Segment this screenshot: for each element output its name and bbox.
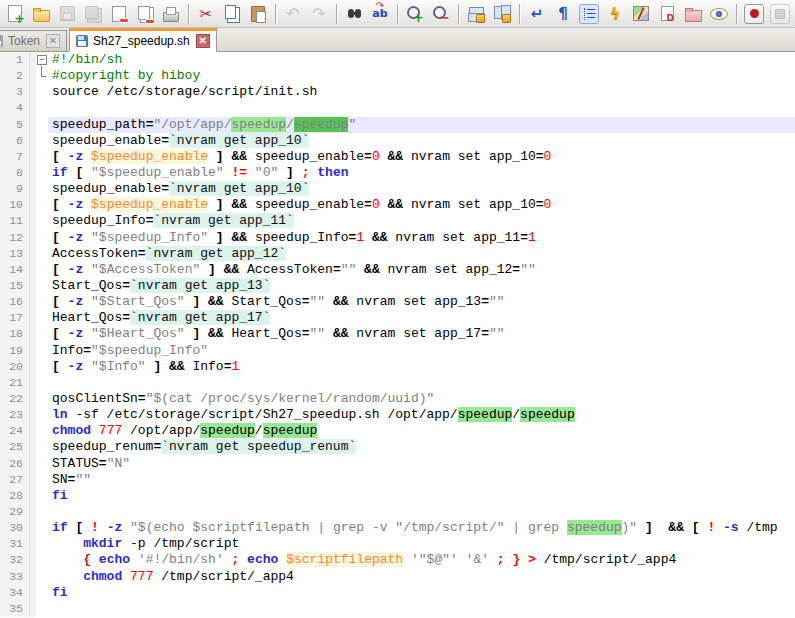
code-line[interactable]: 17Heart_Qos=`nvram get app_17` [0,310,795,326]
code-line[interactable]: 10[ -z $speedup_enable ] && speedup_enab… [0,197,795,213]
code-line[interactable]: 5speedup_path="/opt/app/speedup/speedup" [0,117,795,133]
macro-record-icon[interactable] [744,4,764,24]
tab-token[interactable]: Token ✕ [0,30,67,51]
fold-margin [36,552,48,568]
code-line[interactable]: 23ln -sf /etc/storage/script/Sh27_speedu… [0,407,795,423]
code-text: [ -z "$Start_Qos" ] && Start_Qos="" && n… [48,294,795,310]
code-text: speedup_renum=`nvram get speedup_renum` [48,439,795,455]
fold-margin [36,536,48,552]
code-line[interactable]: 35 [0,601,795,617]
fold-margin [36,456,48,472]
code-line[interactable]: 26STATUS="N" [0,456,795,472]
code-line[interactable]: 6speedup_enable=`nvram get app_10` [0,133,795,149]
document-switcher-icon[interactable] [657,4,677,24]
print-icon[interactable] [161,4,181,24]
folder-as-workspace-icon[interactable] [683,4,703,24]
tab-sh27-speedup[interactable]: Sh27_speedup.sh ✕ [69,28,217,52]
line-number: 32 [0,552,30,568]
code-line[interactable]: 11speedup_Info=`nvram get app_11` [0,213,795,229]
code-line[interactable]: 21 [0,375,795,391]
code-line[interactable]: 24chmod 777 /opt/app/speedup/speedup [0,423,795,439]
code-line[interactable]: 33 chmod 777 /tmp/script/_app4 [0,569,795,585]
line-number: 35 [0,601,30,617]
fold-collapse-icon[interactable] [36,52,48,68]
code-text: #copyright by hiboy [48,68,795,84]
code-text: if [ ! -z "$(echo $scriptfilepath | grep… [48,520,795,536]
line-number: 8 [0,165,30,181]
code-line[interactable]: 2#copyright by hiboy [0,68,795,84]
code-text: chmod 777 /tmp/script/_app4 [48,569,795,585]
code-text: mkdir -p /tmp/script [48,536,795,552]
close-all-icon[interactable] [135,4,155,24]
word-wrap-icon[interactable] [527,4,547,24]
code-line[interactable]: 34fi [0,585,795,601]
show-all-characters-icon[interactable] [553,4,573,24]
code-line[interactable]: 4 [0,100,795,116]
line-number: 18 [0,326,30,342]
code-line[interactable]: 1#!/bin/sh [0,52,795,68]
code-line[interactable]: 31 mkdir -p /tmp/script [0,536,795,552]
indent-guide-icon[interactable] [579,4,599,24]
line-number: 14 [0,262,30,278]
code-line[interactable]: 12[ -z "$speedup_Info" ] && speedup_Info… [0,230,795,246]
open-file-icon[interactable] [31,4,51,24]
toolbar-separator [736,4,737,24]
code-line[interactable]: 29 [0,504,795,520]
close-icon[interactable] [109,4,129,24]
fold-margin [36,439,48,455]
save-icon [57,4,77,24]
code-line[interactable]: 15Start_Qos=`nvram get app_13` [0,278,795,294]
paste-icon[interactable] [248,4,268,24]
code-line[interactable]: 9speedup_enable=`nvram get app_10` [0,181,795,197]
code-line[interactable]: 14[ -z "$AccessToken" ] && AccessToken="… [0,262,795,278]
line-number: 7 [0,149,30,165]
fold-margin [36,84,48,100]
close-tab-icon[interactable]: ✕ [196,34,210,48]
fold-margin [36,488,48,504]
code-line[interactable]: 27SN="" [0,472,795,488]
code-line[interactable]: 25speedup_renum=`nvram get speedup_renum… [0,439,795,455]
sync-vertical-icon[interactable] [466,4,486,24]
code-line[interactable]: 18[ -z "$Heart_Qos" ] && Heart_Qos="" &&… [0,326,795,342]
function-completion-icon[interactable] [605,4,625,24]
line-number: 13 [0,246,30,262]
line-number: 23 [0,407,30,423]
code-line[interactable]: 32 { echo '#!/bin/sh' ; echo $scriptfile… [0,552,795,568]
fold-margin [36,375,48,391]
sync-horizontal-icon[interactable] [492,4,512,24]
code-text [48,100,795,116]
replace-icon[interactable] [370,4,390,24]
code-line[interactable]: 7[ -z $speedup_enable ] && speedup_enabl… [0,149,795,165]
cut-icon[interactable] [196,4,216,24]
line-number: 3 [0,84,30,100]
code-line[interactable]: 13AccessToken=`nvram get app_12` [0,246,795,262]
copy-icon[interactable] [222,4,242,24]
new-file-icon[interactable] [5,4,25,24]
close-tab-icon[interactable]: ✕ [46,34,60,48]
toolbar-separator [275,4,276,24]
document-map-icon[interactable] [631,4,651,24]
zoom-in-icon[interactable] [405,4,425,24]
code-line[interactable]: 19Info="$speedup_Info" [0,343,795,359]
fold-end-marker [36,68,48,84]
line-number: 19 [0,343,30,359]
code-line[interactable]: 22qosClientSn="$(cat /proc/sys/kernel/ra… [0,391,795,407]
find-icon[interactable] [344,4,364,24]
toolbar-separator [519,4,520,24]
line-number: 16 [0,294,30,310]
line-number: 25 [0,439,30,455]
code-line[interactable]: 16[ -z "$Start_Qos" ] && Start_Qos="" &&… [0,294,795,310]
code-line[interactable]: 8if [ "$speedup_enable" != "0" ] ; then [0,165,795,181]
line-number: 22 [0,391,30,407]
code-line[interactable]: 30if [ ! -z "$(echo $scriptfilepath | gr… [0,520,795,536]
code-line[interactable]: 20[ -z "$Info" ] && Info=1 [0,359,795,375]
code-area[interactable]: 1#!/bin/sh2#copyright by hiboy3source /e… [0,52,795,618]
zoom-out-icon[interactable] [431,4,451,24]
monitoring-eye-icon[interactable] [709,4,729,24]
line-number: 20 [0,359,30,375]
line-number: 2 [0,68,30,84]
line-number: 12 [0,230,30,246]
code-line[interactable]: 28fi [0,488,795,504]
code-line[interactable]: 3source /etc/storage/script/init.sh [0,84,795,100]
notepad-window: Token ✕ Sh27_speedup.sh ✕ 1#!/bin/sh2#co… [0,0,795,618]
